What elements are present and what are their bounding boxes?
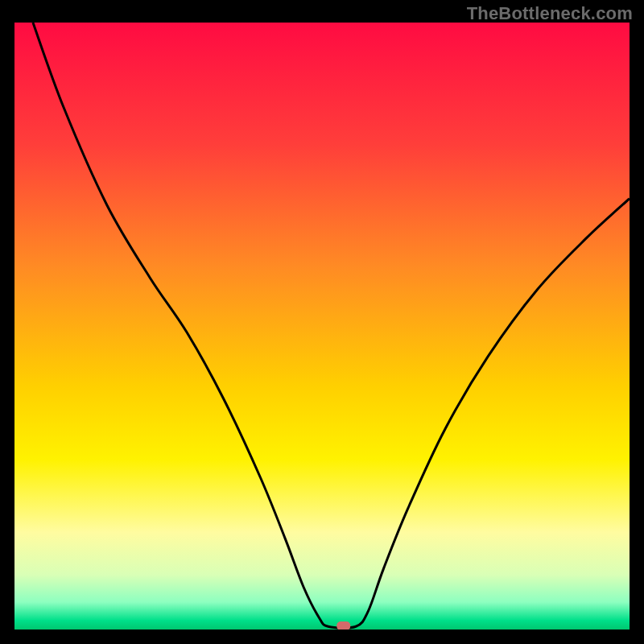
attribution-text: TheBottleneck.com [467,3,633,24]
chart-frame: TheBottleneck.com [0,0,644,644]
plot-area [14,23,630,630]
min-marker [336,621,350,630]
gradient-background [14,23,630,630]
bottleneck-chart [14,23,630,630]
